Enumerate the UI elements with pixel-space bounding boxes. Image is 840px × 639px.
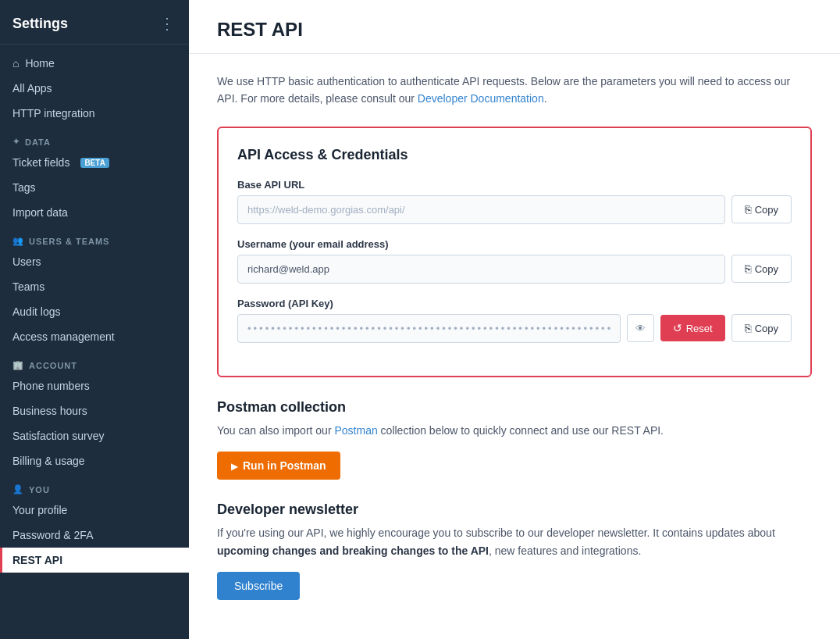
- developer-doc-link[interactable]: Developer Documentation: [418, 92, 544, 105]
- sidebar-section-account: 🏢 ACCOUNT: [0, 349, 189, 373]
- base-url-label: Base API URL: [237, 179, 792, 191]
- sidebar-item-access-management[interactable]: Access management: [0, 324, 189, 349]
- sidebar-item-http-integration[interactable]: HTTP integration: [0, 101, 189, 126]
- base-url-field-group: Base API URL Copy: [237, 179, 792, 224]
- page-header: REST API: [189, 0, 840, 54]
- password-dots-display: ••••••••••••••••••••••••••••••••••••••••…: [237, 314, 621, 343]
- username-field-group: Username (your email address) Copy: [237, 238, 792, 284]
- play-icon: [231, 459, 237, 472]
- postman-link[interactable]: Postman: [334, 424, 377, 437]
- sidebar: Settings ⋮ Home All Apps HTTP integratio…: [0, 0, 189, 639]
- eye-icon: [635, 322, 646, 334]
- base-url-row: Copy: [237, 195, 792, 224]
- password-row: ••••••••••••••••••••••••••••••••••••••••…: [237, 314, 792, 343]
- username-row: Copy: [237, 255, 792, 284]
- copy-base-url-icon: [745, 203, 751, 216]
- username-label: Username (your email address): [237, 238, 792, 250]
- credentials-title: API Access & Credentials: [237, 147, 792, 163]
- sidebar-item-password-2fa-label: Password & 2FA: [12, 529, 94, 541]
- toggle-password-button[interactable]: [627, 314, 654, 342]
- sidebar-item-audit-logs-label: Audit logs: [12, 305, 60, 318]
- intro-description: We use HTTP basic authentication to auth…: [217, 73, 812, 108]
- page-title: REST API: [217, 19, 812, 41]
- sidebar-item-phone-numbers-label: Phone numbers: [12, 380, 90, 392]
- sidebar-item-business-hours[interactable]: Business hours: [0, 398, 189, 423]
- copy-username-button[interactable]: Copy: [731, 255, 792, 283]
- copy-username-icon: [745, 262, 751, 275]
- sidebar-item-access-management-label: Access management: [12, 330, 115, 343]
- sidebar-item-import-data-label: Import data: [12, 206, 68, 219]
- sidebar-item-tags-label: Tags: [12, 181, 36, 194]
- postman-section-title: Postman collection: [217, 399, 812, 416]
- sidebar-item-rest-api[interactable]: REST API: [0, 548, 189, 573]
- sidebar-section-you: 👤 YOU: [0, 473, 189, 498]
- sidebar-item-billing-usage[interactable]: Billing & usage: [0, 448, 189, 473]
- newsletter-bold-text: upcoming changes and breaking changes to…: [217, 544, 489, 557]
- copy-base-url-button[interactable]: Copy: [731, 195, 792, 223]
- sidebar-item-audit-logs[interactable]: Audit logs: [0, 299, 189, 324]
- run-in-postman-button[interactable]: Run in Postman: [217, 452, 340, 480]
- sidebar-title: Settings: [12, 16, 68, 32]
- you-section-icon: 👤: [12, 484, 24, 494]
- sidebar-item-password-2fa[interactable]: Password & 2FA: [0, 523, 189, 548]
- sidebar-item-all-apps-label: All Apps: [12, 82, 52, 95]
- sidebar-item-import-data[interactable]: Import data: [0, 200, 189, 225]
- subscribe-button[interactable]: Subscribe: [217, 572, 300, 600]
- sidebar-item-satisfaction-survey[interactable]: Satisfaction survey: [0, 423, 189, 448]
- sidebar-item-users-label: Users: [12, 255, 41, 268]
- beta-badge: BETA: [80, 158, 109, 168]
- sidebar-item-billing-usage-label: Billing & usage: [12, 455, 85, 467]
- password-label: Password (API Key): [237, 298, 792, 309]
- api-credentials-box: API Access & Credentials Base API URL Co…: [217, 127, 812, 377]
- main-body: We use HTTP basic authentication to auth…: [189, 54, 840, 619]
- sidebar-item-home-label: Home: [25, 57, 54, 70]
- newsletter-section-title: Developer newsletter: [217, 502, 812, 518]
- main-content: REST API We use HTTP basic authenticatio…: [189, 0, 840, 639]
- password-field-group: Password (API Key) •••••••••••••••••••••…: [237, 298, 792, 343]
- sidebar-item-home[interactable]: Home: [0, 51, 189, 76]
- username-input[interactable]: [237, 255, 725, 284]
- reset-password-button[interactable]: Reset: [660, 315, 725, 341]
- sidebar-item-ticket-fields[interactable]: Ticket fields BETA: [0, 150, 189, 175]
- account-section-icon: 🏢: [12, 360, 24, 370]
- copy-password-icon: [745, 322, 751, 334]
- sidebar-item-ticket-fields-label: Ticket fields: [12, 156, 69, 169]
- sidebar-section-data: ✦ DATA: [0, 126, 189, 150]
- data-section-icon: ✦: [12, 137, 20, 147]
- base-url-input[interactable]: [237, 195, 725, 224]
- sidebar-item-users[interactable]: Users: [0, 249, 189, 274]
- sidebar-header: Settings ⋮: [0, 0, 189, 45]
- sidebar-item-all-apps[interactable]: All Apps: [0, 76, 189, 101]
- sidebar-item-phone-numbers[interactable]: Phone numbers: [0, 373, 189, 398]
- sidebar-section-users-teams: 👥 USERS & TEAMS: [0, 225, 189, 249]
- sidebar-nav: Home All Apps HTTP integration ✦ DATA Ti…: [0, 45, 189, 579]
- users-section-icon: 👥: [12, 236, 24, 246]
- copy-password-button[interactable]: Copy: [731, 314, 792, 342]
- newsletter-description: If you're using our API, we highly encou…: [217, 524, 812, 559]
- sidebar-item-satisfaction-survey-label: Satisfaction survey: [12, 430, 105, 442]
- sidebar-menu-dots[interactable]: ⋮: [159, 14, 176, 33]
- sidebar-item-tags[interactable]: Tags: [0, 175, 189, 200]
- sidebar-item-http-integration-label: HTTP integration: [12, 107, 95, 120]
- sidebar-item-rest-api-label: REST API: [12, 554, 62, 566]
- reset-icon: [673, 322, 682, 334]
- home-icon: [12, 57, 19, 70]
- sidebar-item-your-profile-label: Your profile: [12, 504, 67, 516]
- postman-description: You can also import our Postman collecti…: [217, 422, 812, 439]
- sidebar-item-teams[interactable]: Teams: [0, 274, 189, 299]
- sidebar-item-your-profile[interactable]: Your profile: [0, 498, 189, 523]
- sidebar-item-business-hours-label: Business hours: [12, 405, 87, 417]
- sidebar-item-teams-label: Teams: [12, 280, 44, 293]
